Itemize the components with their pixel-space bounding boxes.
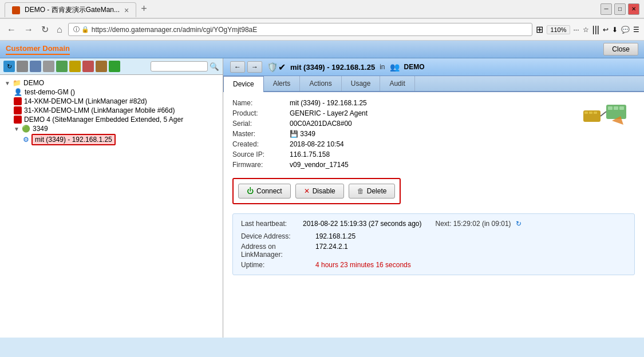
device-red3-icon <box>14 116 22 124</box>
folder-tool-icon[interactable] <box>96 61 107 72</box>
tab-audit[interactable]: Audit <box>380 76 414 91</box>
svg-rect-2 <box>589 112 592 114</box>
device-status-icon: 🛡️✔ <box>267 62 286 73</box>
edit-tool-icon[interactable] <box>17 61 28 72</box>
url-text: https://demo.gatemanager.cn/admin/cgi/YO… <box>92 26 258 34</box>
folder-expand-icon: ▼ <box>14 126 19 132</box>
firmware-value: v09_vendor_17145 <box>290 161 568 169</box>
download-icon[interactable]: ⬇ <box>612 26 618 34</box>
back-button[interactable]: ← <box>5 23 18 36</box>
tree-root-label: DEMO <box>23 79 44 87</box>
new-tab-button[interactable]: + <box>136 1 152 17</box>
zoom-level: 110% <box>547 25 570 34</box>
close-window-button[interactable]: ✕ <box>628 3 639 15</box>
window-controls: ─ □ ✕ <box>600 3 639 15</box>
list-item[interactable]: ▼ 🟢 3349 <box>14 124 218 133</box>
source-ip-label: Source IP: <box>232 150 290 158</box>
domain-name: DEMO <box>404 63 425 71</box>
customer-domain-bar: Customer Domain Close <box>0 41 644 58</box>
created-value: 2018-08-22 10:54 <box>290 140 568 148</box>
firmware-label: Firmware: <box>232 161 290 169</box>
more-options-icon[interactable]: ··· <box>574 26 579 34</box>
bag-tool-icon[interactable] <box>82 61 94 72</box>
disable-button[interactable]: ✕ Disable <box>295 184 344 199</box>
forward-button[interactable]: → <box>22 23 35 36</box>
in-text: in <box>380 63 385 71</box>
users-tool-icon[interactable] <box>30 61 41 72</box>
power-icon: ⏻ <box>247 187 254 195</box>
tree-item-label: 31-XKM-DEMO-LMM (LinkManager Mobile #66d… <box>24 106 175 114</box>
search-input[interactable] <box>151 61 208 72</box>
check-tool-icon[interactable] <box>109 61 120 72</box>
list-item[interactable]: 👤 test-demo-GM () <box>14 88 218 97</box>
master-value: 💾 3349 <box>290 130 568 138</box>
refresh-tool-icon[interactable]: ↻ <box>3 61 15 72</box>
list-item[interactable]: 14-XKM-DEMO-LM (LinkManager #82d) <box>14 97 218 106</box>
grid-icon[interactable]: ⊞ <box>536 24 543 35</box>
bell-tool-icon[interactable] <box>69 61 81 72</box>
chat-icon[interactable]: 💬 <box>621 26 630 34</box>
history-icon[interactable]: ↩ <box>603 26 609 34</box>
disable-label: Disable <box>313 187 335 195</box>
x-icon: ✕ <box>304 187 310 195</box>
svg-line-8 <box>600 112 606 116</box>
list-item[interactable]: 31-XKM-DEMO-LMM (LinkManager Mobile #66d… <box>14 106 218 115</box>
tab-alerts[interactable]: Alerts <box>264 76 301 91</box>
tree-item-label: DEMO 4 (SiteManager Embedded Extended, 5… <box>24 116 183 124</box>
tab-usage[interactable]: Usage <box>342 76 381 91</box>
delete-label: Delete <box>367 187 387 195</box>
list-item[interactable]: ⚙ mit (3349) - 192.168.1.25 <box>23 133 218 146</box>
uptime-value: 4 hours 23 minutes 16 seconds <box>315 261 626 269</box>
tree-item-label: test-demo-GM () <box>25 88 75 96</box>
secure-icon: ⓘ 🔒 <box>73 25 89 34</box>
toolbar: ↻ 🔍 <box>0 58 223 75</box>
browser-tab[interactable]: DEMO - 西肯麦演示GateMan... × <box>5 2 136 17</box>
gear-selected-icon: ⚙ <box>23 136 29 144</box>
tab-close-icon[interactable]: × <box>124 6 129 15</box>
svg-rect-6 <box>614 106 618 110</box>
bookmark-icon[interactable]: ☆ <box>583 26 589 34</box>
svg-rect-3 <box>594 112 597 114</box>
device-address-value: 192.168.1.25 <box>315 232 626 240</box>
status-grid: Device Address: 192.168.1.25 Address on … <box>241 232 626 269</box>
list-item[interactable]: DEMO 4 (SiteManager Embedded Extended, 5… <box>14 115 218 124</box>
root-folder-icon: 📁 <box>13 79 21 87</box>
name-label: Name: <box>232 99 290 107</box>
connect-button[interactable]: ⏻ Connect <box>238 184 291 199</box>
tab-actions[interactable]: Actions <box>300 76 341 91</box>
main-layout: ↻ 🔍 ▼ 📁 DEMO 👤 test-demo-GM () <box>0 58 644 338</box>
source-ip-value: 116.1.75.158 <box>290 150 568 158</box>
device-address-label: Device Address: <box>241 232 315 240</box>
tree-item-label: 14-XKM-DEMO-LM (LinkManager #82d) <box>24 97 147 105</box>
search-button[interactable]: 🔍 <box>210 62 219 71</box>
sidebar-icon[interactable]: ||| <box>592 25 599 35</box>
person-tool-icon[interactable] <box>43 61 54 72</box>
next-device-button[interactable]: → <box>247 61 262 73</box>
master-label: Master: <box>232 130 290 138</box>
monitor-tool-icon[interactable] <box>56 61 68 72</box>
menu-icon[interactable]: ☰ <box>633 26 639 34</box>
close-domain-button[interactable]: Close <box>603 43 638 55</box>
address-bar[interactable]: ⓘ 🔒 https://demo.gatemanager.cn/admin/cg… <box>68 23 533 36</box>
svg-rect-7 <box>619 106 624 110</box>
tree-root[interactable]: ▼ 📁 DEMO <box>5 78 218 88</box>
home-button[interactable]: ⌂ <box>54 23 65 36</box>
connect-label: Connect <box>256 187 282 195</box>
heartbeat-label: Last heartbeat: <box>241 220 298 228</box>
selected-device-label: mit (3349) - 192.168.1.25 <box>31 134 116 145</box>
serial-label: Serial: <box>232 120 290 128</box>
minimize-button[interactable]: ─ <box>600 3 612 15</box>
delete-button[interactable]: 🗑 Delete <box>349 184 396 199</box>
right-panel: ← → 🛡️✔ mit (3349) - 192.168.1.25 in 👥 D… <box>223 58 644 338</box>
device-info-grid: Name: mit (3349) - 192.168.1.25 Product:… <box>232 99 568 169</box>
maximize-button[interactable]: □ <box>614 3 626 15</box>
tab-title: DEMO - 西肯麦演示GateMan... <box>25 5 120 15</box>
tree-area: ▼ 📁 DEMO 👤 test-demo-GM () 14-XKM-DEMO-L… <box>0 75 223 338</box>
reload-button[interactable]: ↻ <box>39 23 51 36</box>
refresh-heartbeat-icon[interactable]: ↻ <box>516 220 521 228</box>
svg-rect-5 <box>608 106 613 110</box>
tab-device[interactable]: Device <box>223 76 264 92</box>
prev-device-button[interactable]: ← <box>230 61 245 73</box>
status-section: Last heartbeat: 2018-08-22 15:19:33 (27 … <box>232 213 635 275</box>
master-icon: 💾 <box>290 130 298 138</box>
